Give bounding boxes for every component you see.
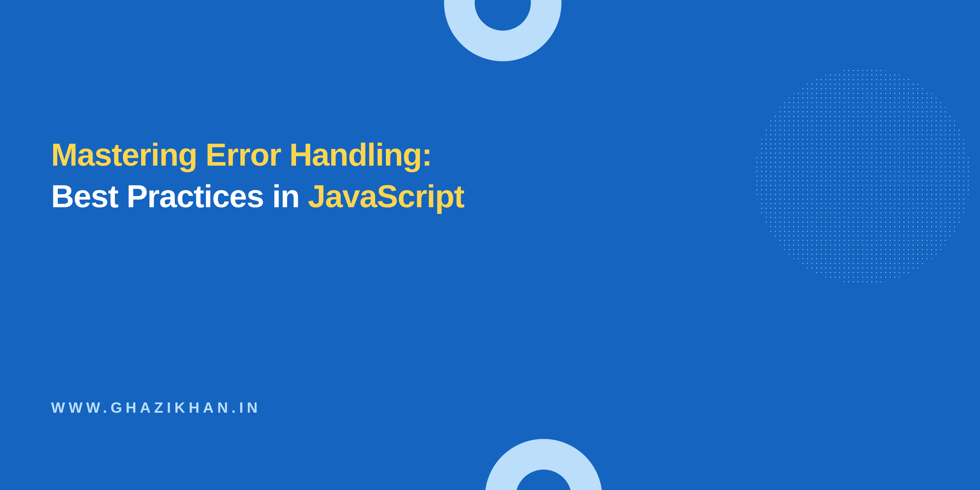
decorative-ring-top <box>444 0 562 61</box>
title-line-1: Mastering Error Handling: <box>51 134 464 176</box>
title-yellow-1: Mastering Error Handling: <box>51 137 432 172</box>
decorative-dotted-circle <box>710 23 980 329</box>
title-line-2: Best Practices in JavaScript <box>51 176 464 217</box>
title-yellow-2: JavaScript <box>308 178 464 214</box>
title-block: Mastering Error Handling: Best Practices… <box>51 134 464 217</box>
title-white-1: Best Practices in <box>51 178 308 214</box>
decorative-ring-bottom <box>485 439 602 490</box>
website-url: WWW.GHAZIKHAN.IN <box>51 399 261 416</box>
dotted-pattern <box>710 23 980 329</box>
